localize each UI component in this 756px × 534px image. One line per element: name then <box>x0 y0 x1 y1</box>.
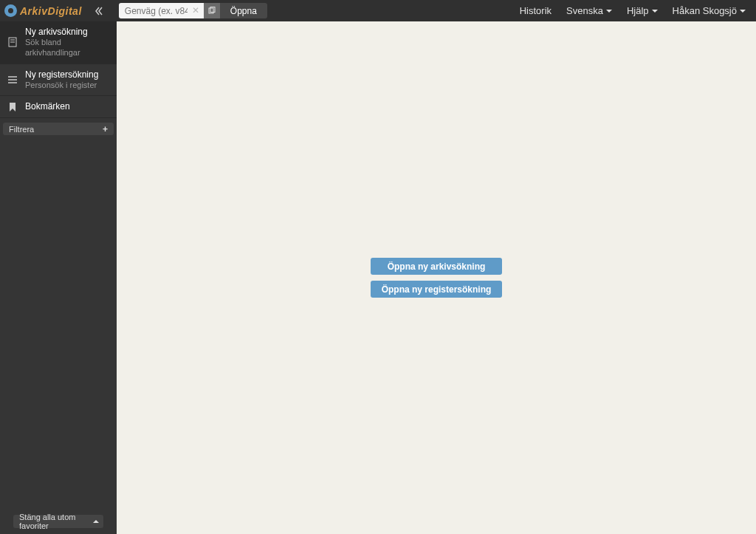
logo-gear-icon <box>4 4 17 17</box>
sidebar-item-bookmarks[interactable]: Bokmärken <box>0 96 117 118</box>
main-content: Öppna ny arkivsökning Öppna ny registers… <box>117 21 756 534</box>
user-dropdown[interactable]: Håkan Skogsjö <box>665 5 756 16</box>
shortcut-input-group: ✕ Öppna <box>119 3 267 18</box>
sidebar-item-subtitle: Sök bland arkivhandlingar <box>25 38 109 58</box>
sidebar-spacer <box>0 135 117 515</box>
sidebar-item-title: Ny arkivsökning <box>25 27 109 38</box>
open-shortcut-button[interactable]: Öppna <box>220 3 267 18</box>
sidebar-item-title: Bokmärken <box>25 101 70 112</box>
chevron-down-icon <box>606 10 612 13</box>
close-all-except-favorites-button[interactable]: Stäng alla utom favoriter <box>13 515 103 528</box>
shortcut-input[interactable] <box>119 3 204 18</box>
open-new-register-search-button[interactable]: Öppna ny registersökning <box>371 281 502 298</box>
document-icon <box>7 37 18 47</box>
sidebar-item-new-register-search[interactable]: Ny registersökning Personsök i register <box>0 64 117 97</box>
close-favs-label: Stäng alla utom favoriter <box>19 513 93 530</box>
sidebar: Ny arkivsökning Sök bland arkivhandlinga… <box>0 21 117 534</box>
filter-label: Filtrera <box>9 125 34 134</box>
open-new-archive-search-button[interactable]: Öppna ny arkivsökning <box>371 258 502 275</box>
main-layout: Ny arkivsökning Sök bland arkivhandlinga… <box>0 21 756 534</box>
sidebar-collapse-button[interactable] <box>91 0 107 21</box>
sidebar-item-new-archive-search[interactable]: Ny arkivsökning Sök bland arkivhandlinga… <box>0 21 117 64</box>
plus-icon: + <box>103 124 108 134</box>
sidebar-item-text: Ny arkivsökning Sök bland arkivhandlinga… <box>25 27 109 58</box>
filter-toggle[interactable]: Filtrera + <box>3 123 114 135</box>
bookmark-icon <box>7 102 18 112</box>
history-link[interactable]: Historik <box>512 5 559 16</box>
topbar: ArkivDigital ✕ Öppna Historik Svenska Hj… <box>0 0 756 21</box>
copy-icon <box>207 7 216 16</box>
sidebar-item-subtitle: Personsök i register <box>25 81 98 91</box>
sidebar-item-text: Bokmärken <box>25 101 70 112</box>
chevron-down-icon <box>652 10 658 13</box>
logo-text: ArkivDigital <box>20 5 82 17</box>
sidebar-item-title: Ny registersökning <box>25 69 98 81</box>
logo[interactable]: ArkivDigital <box>0 4 82 17</box>
list-icon <box>7 75 18 85</box>
sidebar-item-text: Ny registersökning Personsök i register <box>25 69 98 91</box>
copy-shortcut-button[interactable] <box>204 3 220 18</box>
chevron-up-icon <box>93 520 99 523</box>
chevron-left-double-icon <box>95 7 103 16</box>
help-dropdown[interactable]: Hjälp <box>619 5 665 16</box>
language-dropdown[interactable]: Svenska <box>559 5 619 16</box>
clear-icon: ✕ <box>192 5 199 16</box>
chevron-down-icon <box>740 10 746 13</box>
